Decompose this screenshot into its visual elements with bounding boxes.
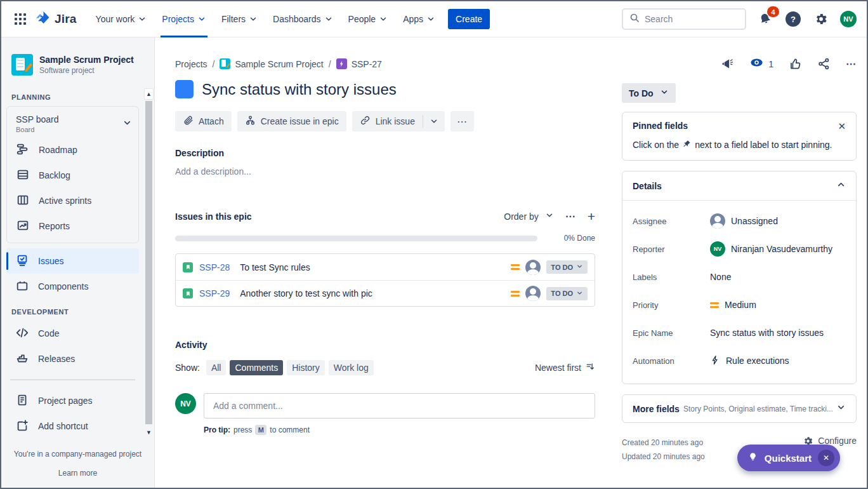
planning-section-header: PLANNING <box>6 93 139 101</box>
sidebar-item-reports[interactable]: Reports <box>7 213 138 239</box>
nav-dashboards[interactable]: Dashboards <box>265 1 341 37</box>
close-icon[interactable]: ✕ <box>838 121 846 131</box>
epic-issues-more-button[interactable]: ⋯ <box>565 210 576 222</box>
description-placeholder[interactable]: Add a description... <box>175 166 595 177</box>
issue-summary[interactable]: Another story to test sync with pic <box>240 288 504 298</box>
epic-color-swatch[interactable] <box>175 80 194 98</box>
sidebar-item-add-shortcut[interactable]: Add shortcut <box>6 413 139 439</box>
filter-all-button[interactable]: All <box>206 360 227 375</box>
attach-button[interactable]: Attach <box>175 111 232 131</box>
board-switcher[interactable]: SSP board Board <box>7 109 138 137</box>
details-panel-header[interactable]: Details <box>622 171 856 201</box>
panel-more-button[interactable]: ⋯ <box>846 58 857 70</box>
breadcrumb-projects[interactable]: Projects <box>175 59 207 69</box>
app-switcher-icon[interactable] <box>10 9 30 29</box>
code-icon <box>15 326 29 342</box>
assignee-avatar[interactable] <box>525 286 541 301</box>
more-actions-button[interactable]: ⋯ <box>450 111 474 131</box>
nav-your-work[interactable]: Your work <box>88 1 155 37</box>
chevron-down-icon <box>197 15 206 23</box>
add-issue-button[interactable]: + <box>588 210 595 223</box>
jira-logo-text: Jira <box>55 12 77 26</box>
breadcrumb-issue-key[interactable]: SSP-27 <box>336 58 382 69</box>
sort-descending-icon <box>586 362 595 373</box>
chevron-down-icon <box>660 88 669 98</box>
sidebar-item-issues[interactable]: Issues <box>6 248 139 274</box>
jira-logo[interactable]: Jira <box>36 10 77 28</box>
vote-thumbs-up-icon[interactable] <box>789 57 802 70</box>
nav-projects[interactable]: Projects <box>154 1 214 37</box>
lightning-icon <box>710 355 720 367</box>
share-icon[interactable] <box>817 57 831 70</box>
current-user-avatar: NV <box>175 393 196 414</box>
releases-icon <box>15 351 29 367</box>
status-dropdown[interactable]: TO DO <box>546 287 588 300</box>
nav-people[interactable]: People <box>341 1 396 37</box>
scroll-up-arrow[interactable]: ▲ <box>144 88 154 100</box>
field-automation: Automation Rule executions <box>633 347 846 375</box>
create-button[interactable]: Create <box>448 9 490 29</box>
scrollbar-thumb[interactable] <box>145 101 152 424</box>
activity-header: Activity <box>175 340 595 350</box>
issue-detail-panel: 1 ⋯ To Do Pinned fields ✕ Click on the n… <box>622 37 857 464</box>
link-issue-dropdown-chevron[interactable] <box>423 111 445 131</box>
project-name: Sample Scrum Project <box>39 55 134 65</box>
show-label: Show: <box>175 363 200 373</box>
sidebar-item-releases[interactable]: Releases <box>6 346 139 372</box>
order-by-dropdown[interactable]: Order by <box>504 211 553 222</box>
scroll-down-arrow[interactable]: ▼ <box>144 427 154 438</box>
feedback-megaphone-icon[interactable] <box>721 57 734 70</box>
link-issue-button[interactable]: Link issue <box>352 111 423 131</box>
quickstart-button[interactable]: Quickstart ✕ <box>737 445 840 471</box>
filter-worklog-button[interactable]: Work log <box>329 360 374 375</box>
sidebar-item-project-pages[interactable]: Project pages <box>6 388 139 413</box>
issue-key-link[interactable]: SSP-28 <box>199 262 230 272</box>
search-icon <box>629 13 640 25</box>
sidebar-scrollbar[interactable]: ▲ ▼ <box>144 88 154 438</box>
quickstart-close-icon[interactable]: ✕ <box>818 450 834 466</box>
epic-issue-row[interactable]: SSP-29 Another story to test sync with p… <box>176 280 595 306</box>
story-type-icon <box>183 262 193 272</box>
project-header[interactable]: Sample Scrum Project Software project <box>6 54 139 76</box>
more-fields-panel[interactable]: More fields Story Points, Original estim… <box>622 394 857 423</box>
search-input[interactable] <box>645 14 727 24</box>
reporter-value: Niranjan Vasudevamurthy <box>731 244 832 254</box>
project-type: Software project <box>39 66 134 75</box>
user-avatar[interactable]: NV <box>840 11 857 27</box>
issue-summary[interactable]: To test Sync rules <box>240 262 504 272</box>
watch-toggle[interactable]: 1 <box>749 55 773 72</box>
issue-key-link[interactable]: SSP-29 <box>199 288 230 298</box>
pin-icon <box>682 139 692 151</box>
sidebar-item-roadmap[interactable]: Roadmap <box>7 137 138 163</box>
nav-apps[interactable]: Apps <box>395 1 443 37</box>
epic-issue-row[interactable]: SSP-28 To test Sync rules TO DO <box>176 254 595 280</box>
nav-filters[interactable]: Filters <box>214 1 265 37</box>
status-dropdown-todo[interactable]: To Do <box>622 83 676 103</box>
notifications-bell-icon[interactable]: 4 <box>756 10 774 28</box>
settings-gear-icon[interactable] <box>812 10 830 28</box>
sidebar-item-code[interactable]: Code <box>6 321 139 346</box>
assignee-avatar[interactable] <box>525 260 541 275</box>
global-search[interactable] <box>622 8 746 30</box>
help-icon[interactable]: ? <box>784 10 802 28</box>
unassigned-avatar-icon <box>710 213 725 229</box>
breadcrumb-project[interactable]: Sample Scrum Project <box>220 58 323 69</box>
field-assignee: Assignee Unassigned <box>633 207 846 235</box>
filter-history-button[interactable]: History <box>287 360 325 375</box>
create-issue-in-epic-button[interactable]: Create issue in epic <box>237 111 346 131</box>
learn-more-link[interactable]: Learn more <box>8 469 148 478</box>
filter-comments-button[interactable]: Comments <box>230 360 283 375</box>
chevron-down-icon <box>836 403 846 415</box>
sidebar-item-backlog[interactable]: Backlog <box>7 163 138 188</box>
chevron-up-icon <box>836 180 846 192</box>
sidebar-item-active-sprints[interactable]: Active sprints <box>7 188 138 213</box>
board-type: Board <box>16 126 58 133</box>
chevron-down-icon <box>379 15 388 23</box>
sidebar-item-components[interactable]: Components <box>6 274 139 299</box>
sort-order-toggle[interactable]: Newest first <box>535 362 595 373</box>
comment-input[interactable] <box>204 393 595 419</box>
status-dropdown[interactable]: TO DO <box>546 260 588 274</box>
issue-title[interactable]: Sync status with story issues <box>202 81 397 98</box>
project-avatar-icon <box>11 54 33 76</box>
issues-icon <box>15 253 29 269</box>
